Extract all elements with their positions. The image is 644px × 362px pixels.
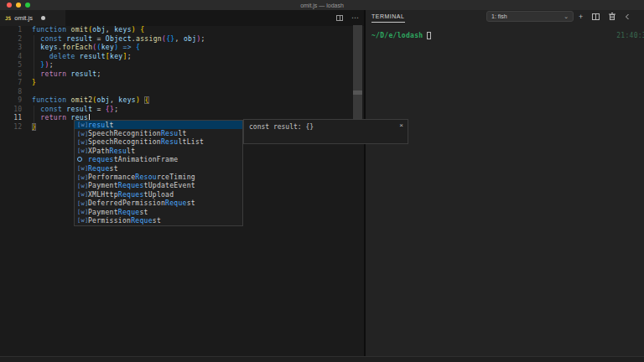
suggestion-label-part: Reque — [165, 199, 187, 207]
split-editor-icon[interactable] — [336, 15, 343, 21]
terminal-panel-title[interactable]: TERMINAL — [371, 13, 404, 19]
tab-label: omit.js — [14, 14, 33, 22]
indent-guide — [34, 35, 34, 79]
suggestion-item[interactable]: [w]PaymentRequestUpdateEvent — [75, 182, 242, 190]
code-line[interactable]: 6 return result; — [0, 70, 352, 80]
code-token: obj — [97, 96, 111, 104]
code-line[interactable]: 1function omit(obj, keys) { — [0, 26, 352, 35]
split-terminal-icon[interactable] — [592, 13, 600, 20]
suggestion-label-part: tUpdateEvent — [144, 182, 195, 189]
code-token: delete — [49, 53, 80, 60]
suggestion-list: [w]result[w]SpeechRecognitionResult[w]Sp… — [75, 121, 242, 225]
line-number: 2 — [0, 35, 22, 44]
code-token: keys — [118, 96, 136, 104]
terminal-header: TERMINAL 1: fish ⌄ + ⋮ — [366, 10, 644, 25]
suggestion-label-part: Reques — [118, 182, 144, 189]
suggestion-label-part: Reque — [118, 209, 140, 216]
code-token: {} — [106, 106, 114, 113]
word-suggestion-icon: [w] — [77, 139, 88, 146]
code-line[interactable]: 5 }); — [0, 61, 352, 70]
terminal-clock: 21:40:3 — [616, 32, 644, 39]
suggestion-label-part: DeferredPermission — [88, 199, 165, 207]
overflow-menu-icon[interactable]: ⋮ — [639, 13, 641, 21]
suggestion-item[interactable]: [w]PermissionRequest — [75, 216, 242, 225]
more-actions-icon[interactable]: ⋯ — [351, 14, 359, 22]
code-line[interactable]: 7} — [0, 79, 352, 88]
suggestion-label-part: Reque — [88, 165, 110, 173]
code-line[interactable]: 10 const result = {}; — [0, 106, 352, 115]
suggestion-label-part: rceTiming — [157, 173, 195, 181]
suggestion-item[interactable]: [w]PaymentRequest — [75, 208, 242, 216]
word-suggestion-icon: [w] — [77, 122, 88, 128]
suggestion-label-part: tAnimationFrame — [114, 156, 179, 163]
line-number: 3 — [0, 44, 22, 53]
code-text: function omit(obj, keys) { — [22, 26, 144, 35]
suggestion-label-part: Payment — [88, 209, 118, 216]
suggestion-label-part: lt — [178, 130, 186, 137]
line-number: 9 — [0, 96, 22, 106]
word-suggestion-icon: [w] — [77, 174, 88, 181]
suggestion-label-part: lt — [127, 147, 135, 155]
suggestion-label-part: Reque — [131, 217, 153, 225]
code-line[interactable]: 4 delete result[key]; — [0, 53, 352, 62]
suggestion-item[interactable]: [w]DeferredPermissionRequest — [75, 199, 242, 208]
close-icon[interactable]: × — [399, 122, 403, 129]
suggestion-item[interactable]: [w]XPathResult — [75, 147, 242, 155]
code-line[interactable]: 9function omit2(obj, keys) { — [0, 96, 352, 106]
code-text: const result = Object.assign({}, obj); — [22, 35, 205, 44]
kill-terminal-trash-icon[interactable] — [609, 13, 615, 20]
app-window: omit.js — lodash JS omit.js ⋯ 1function … — [0, 0, 644, 362]
active-panel-underline — [371, 22, 405, 23]
word-suggestion-icon: [w] — [77, 183, 88, 189]
suggestion-label-part: tUpload — [144, 191, 174, 199]
code-token — [32, 53, 49, 60]
suggestion-item[interactable]: [w]SpeechRecognitionResult — [75, 129, 242, 137]
code-text: function omit2(obj, keys) { — [22, 96, 149, 106]
code-token: => — [123, 44, 132, 51]
suggestion-label-part: reques — [88, 156, 114, 163]
suggestion-details-popup: const result: {} × — [243, 119, 408, 144]
suggestion-item[interactable]: [w]PerformanceResourceTiming — [75, 173, 242, 181]
code-token: result — [71, 70, 97, 78]
suggestion-detail-text: const result: {} — [249, 123, 314, 131]
terminal-select[interactable]: 1: fish ⌄ — [486, 11, 574, 22]
suggestion-label-part: st — [187, 199, 195, 207]
code-token: keys — [40, 44, 58, 51]
suggestion-item[interactable]: [w]Request — [75, 164, 242, 173]
new-terminal-icon[interactable]: + — [579, 13, 583, 21]
terminal-output[interactable]: ~/D/e/lodash 21:40:3 — [366, 28, 644, 355]
chevron-left-icon[interactable] — [625, 13, 630, 20]
suggestion-label-part: Performance — [88, 173, 135, 181]
code-token: result — [66, 35, 92, 43]
suggestion-label-part: Resou — [135, 173, 157, 181]
code-token: ; — [97, 70, 101, 78]
javascript-file-icon: JS — [5, 15, 11, 21]
code-text: keys.forEach((key) => { — [22, 44, 140, 53]
line-number: 7 — [0, 79, 22, 88]
function-suggestion-icon — [77, 157, 88, 163]
suggestion-item[interactable]: [w]XMLHttpRequestUpload — [75, 190, 242, 199]
suggestion-label-part: Resu — [110, 147, 127, 155]
word-suggestion-icon: [w] — [77, 200, 88, 207]
code-lines: 1function omit(obj, keys) {2 const resul… — [0, 26, 352, 132]
word-suggestion-icon: [w] — [77, 209, 88, 215]
code-token: assign — [136, 35, 162, 43]
suggestion-item[interactable]: [w]result — [75, 121, 242, 129]
suggestion-item[interactable]: requestAnimationFrame — [75, 156, 242, 164]
code-token: const — [40, 106, 66, 113]
indent-guide — [34, 106, 34, 123]
code-line[interactable]: 2 const result = Object.assign({}, obj); — [0, 35, 352, 44]
word-suggestion-icon: [w] — [77, 191, 88, 198]
code-line[interactable]: 8 — [0, 88, 352, 97]
editor-scrollbar[interactable] — [353, 25, 362, 120]
line-number: 5 — [0, 61, 22, 70]
terminal-prompt-path: ~/D/e/lodash — [371, 32, 423, 39]
suggestion-label-part: Resu — [161, 130, 178, 137]
code-token: = — [92, 35, 106, 43]
suggestion-item[interactable]: [w]SpeechRecognitionResultList — [75, 138, 242, 147]
code-line[interactable]: 3 keys.forEach((key) => { — [0, 44, 352, 53]
tab-omit-js[interactable]: JS omit.js — [0, 10, 65, 26]
function-circle-icon — [77, 157, 82, 162]
modified-dot-icon[interactable] — [41, 16, 45, 20]
code-token: function — [32, 96, 71, 104]
